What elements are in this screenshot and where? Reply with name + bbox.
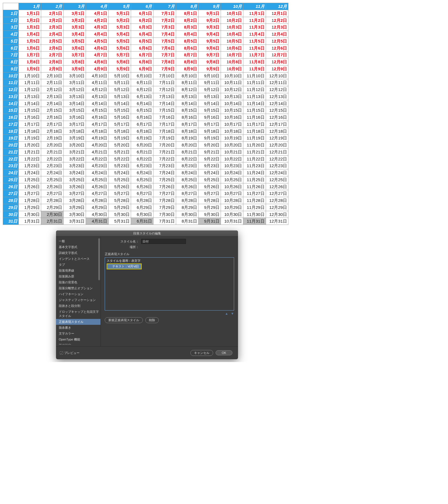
date-cell: 3月24日 — [64, 169, 86, 176]
date-cell: 8月20日 — [176, 142, 198, 149]
category-item[interactable]: 下線設定 — [56, 342, 101, 345]
date-cell: 5月2日 — [108, 17, 131, 24]
date-cell: 3月17日 — [64, 121, 86, 128]
date-cell: 6月12日 — [131, 86, 153, 93]
date-cell: 11月31日 — [243, 218, 266, 225]
date-cell: 2月18日 — [41, 128, 63, 135]
move-down-icon[interactable]: ▼ — [231, 312, 234, 316]
date-cell: 2月1日 — [41, 10, 63, 17]
date-cell: 7月28日 — [153, 197, 176, 204]
date-cell: 11月15日 — [243, 107, 266, 114]
category-item[interactable]: 文字カラー — [56, 331, 101, 337]
date-cell: 7月7日 — [153, 52, 176, 59]
ok-button[interactable]: OK — [216, 350, 232, 355]
category-item[interactable]: 正規表現スタイル — [56, 319, 101, 325]
dialog-category-list[interactable]: 一般基本文字形式詳細文字形式インデントとスペースタブ段落境界線段落囲み罫段落の背… — [56, 237, 101, 346]
month-header: 5月 — [108, 3, 131, 10]
date-cell: 11月8日 — [243, 59, 266, 66]
date-cell: 8月17日 — [176, 121, 198, 128]
date-cell: 10月9日 — [221, 65, 243, 72]
date-cell: 1月28日 — [18, 197, 41, 204]
date-cell: 5月28日 — [108, 197, 131, 204]
date-cell: 7月24日 — [153, 169, 176, 176]
date-cell: 2月7日 — [41, 52, 63, 59]
date-cell: 2月19日 — [41, 135, 63, 142]
date-cell: 8月22日 — [176, 155, 198, 162]
date-cell: 2月14日 — [41, 100, 63, 107]
category-item[interactable]: 段落の背景色 — [56, 279, 101, 285]
scrollbar[interactable] — [98, 238, 100, 280]
date-cell: 3月9日 — [64, 65, 86, 72]
category-item[interactable]: タブ — [56, 262, 101, 268]
day-header: 27日 — [3, 190, 19, 197]
date-cell: 8月14日 — [176, 100, 198, 107]
day-header: 21日 — [3, 148, 19, 155]
date-cell: 11月14日 — [243, 100, 266, 107]
date-cell: 11月6日 — [243, 45, 266, 52]
date-cell: 12月14日 — [266, 100, 288, 107]
date-cell: 5月31日 — [108, 218, 131, 225]
date-cell: 4月1日 — [86, 10, 108, 17]
date-cell: 2月13日 — [41, 93, 63, 100]
day-header: 26日 — [3, 183, 19, 190]
date-cell: 6月19日 — [131, 135, 153, 142]
new-grep-style-button[interactable]: 新規正規表現スタイル — [105, 317, 143, 323]
date-cell: 1月26日 — [18, 183, 41, 190]
date-cell: 7月19日 — [153, 135, 176, 142]
date-cell: 6月1日 — [131, 10, 153, 17]
preview-checkbox[interactable]: ✓ プレビュー — [60, 351, 80, 355]
category-item[interactable]: 一般 — [56, 238, 101, 244]
date-cell: 10月19日 — [221, 135, 243, 142]
category-item[interactable]: インデントとスペース — [56, 256, 101, 262]
day-header: 14日 — [3, 100, 19, 107]
category-item[interactable]: ハイフネーション — [56, 291, 101, 297]
date-cell: 5月23日 — [108, 162, 131, 169]
date-cell: 8月27日 — [176, 190, 198, 197]
category-item[interactable]: 基本文字形式 — [56, 244, 101, 250]
date-cell: 4月13日 — [86, 93, 108, 100]
date-cell: 4月8日 — [86, 59, 108, 66]
grep-style-list[interactable]: スタイルを適用：赤文字 テキスト：\d月\d日 — [105, 257, 234, 311]
category-item[interactable]: OpenType 機能 — [56, 337, 101, 342]
date-cell: 10月20日 — [221, 142, 243, 149]
date-cell: 3月31日 — [64, 218, 86, 225]
location-label: 場所： — [105, 245, 141, 249]
date-cell: 5月26日 — [108, 183, 131, 190]
date-cell: 4月28日 — [86, 197, 108, 204]
cancel-button[interactable]: キャンセル — [190, 350, 213, 356]
date-cell: 8月28日 — [176, 197, 198, 204]
date-cell: 9月28日 — [198, 197, 221, 204]
date-cell: 1月19日 — [18, 135, 41, 142]
grep-text-line: テキスト：\d月\d日 — [107, 263, 142, 269]
date-cell: 4月29日 — [86, 204, 108, 211]
date-cell: 7月4日 — [153, 31, 176, 38]
date-cell: 2月22日 — [41, 155, 63, 162]
date-cell: 5月27日 — [108, 190, 131, 197]
date-cell: 10月25日 — [221, 176, 243, 183]
day-header: 28日 — [3, 197, 19, 204]
date-cell: 5月19日 — [108, 135, 131, 142]
category-item[interactable]: 段抜きと段分割 — [56, 303, 101, 309]
date-cell: 10月24日 — [221, 169, 243, 176]
date-cell: 5月9日 — [108, 65, 131, 72]
delete-button[interactable]: 削除 — [145, 317, 159, 323]
date-cell: 1月5日 — [18, 38, 41, 45]
date-cell: 4月23日 — [86, 162, 108, 169]
category-item[interactable]: 段落分離禁止オプション — [56, 285, 101, 291]
day-header: 30日 — [3, 211, 19, 218]
category-item[interactable]: 詳細文字形式 — [56, 250, 101, 256]
move-up-icon[interactable]: ▲ — [225, 312, 228, 316]
category-item[interactable]: ドロップキャップと先頭文字スタイル — [56, 309, 101, 319]
category-item[interactable]: 段落囲み罫 — [56, 274, 101, 279]
category-item[interactable]: 箇条書き — [56, 325, 101, 331]
date-cell: 3月18日 — [64, 128, 86, 135]
date-cell: 10月8日 — [221, 59, 243, 66]
date-cell: 2月20日 — [41, 142, 63, 149]
category-item[interactable]: ジャスティフィケーション — [56, 297, 101, 303]
style-name-input[interactable] — [141, 239, 186, 244]
date-cell: 10月31日 — [221, 218, 243, 225]
date-cell: 3月14日 — [64, 100, 86, 107]
date-cell: 7月11日 — [153, 79, 176, 86]
category-item[interactable]: 段落境界線 — [56, 268, 101, 274]
date-cell: 9月5日 — [198, 38, 221, 45]
